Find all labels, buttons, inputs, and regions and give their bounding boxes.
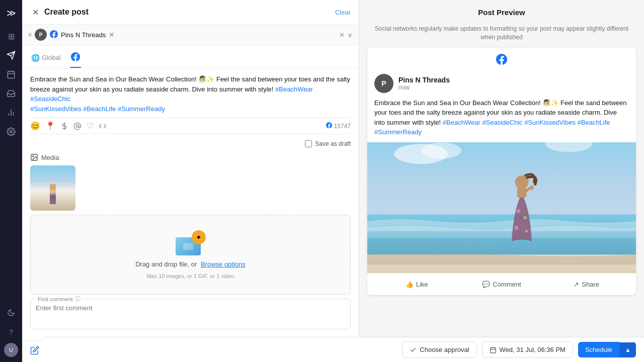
share-action[interactable]: ↗ Share [544, 278, 629, 291]
preview-hashtag-beachwear[interactable]: #BeachWear [443, 119, 480, 126]
svg-point-25 [525, 230, 528, 232]
fb-icon-count [326, 122, 332, 130]
media-label: Media [41, 154, 59, 161]
preview-hashtag-beachlife[interactable]: #BeachLife [578, 119, 610, 126]
preview-actions: 👍 Like 💬 Comment ↗ Share [367, 273, 636, 295]
account-name: Pins N Threads [61, 31, 106, 39]
svg-point-9 [10, 131, 13, 133]
like-icon: 👍 [406, 281, 414, 288]
svg-point-22 [516, 209, 520, 213]
hashtag-beachlife[interactable]: #BeachLife [83, 105, 116, 113]
account-bar: ≡ P Pins N Threads ✕ ✕ ∨ [22, 25, 359, 45]
calendar-icon [490, 346, 497, 353]
fb-tab-icon [71, 52, 80, 63]
facebook-platform-icon [50, 30, 58, 40]
post-tabs: 🌐 Global [22, 45, 359, 68]
svg-point-24 [514, 226, 518, 230]
preview-account-info: Pins N Threads now [398, 76, 450, 91]
send-icon[interactable] [3, 47, 19, 63]
media-header: Media [30, 153, 351, 161]
grid-icon[interactable]: ⊞ [3, 28, 19, 44]
panel-header: ✕ Create post Clear [22, 0, 359, 25]
svg-point-13 [33, 156, 34, 157]
browse-options-link[interactable]: Browse options [201, 260, 246, 268]
first-comment-section: First comment ⓘ [30, 299, 351, 329]
logo-icon[interactable]: ≫ [3, 5, 19, 21]
comment-label: Comment [493, 281, 521, 288]
drop-text: Drag and drop file, or Browse options [135, 260, 246, 268]
media-section: Media ✦ [30, 153, 351, 295]
schedule-dropdown-arrow[interactable]: ▲ [619, 342, 636, 357]
approval-label: Choose approval [420, 346, 469, 353]
preview-hashtag-seasidechic[interactable]: #SeasideChic [482, 119, 522, 126]
char-count-value: 15747 [334, 123, 351, 130]
approval-icon [410, 346, 417, 353]
svg-rect-26 [517, 188, 527, 198]
svg-point-18 [421, 142, 461, 158]
preview-panel: Post Preview Social networks regularly m… [359, 0, 644, 362]
hashtag-beachwear[interactable]: #BeachWear [275, 85, 313, 93]
preview-post-text: Embrace the Sun and Sea in Our Beach Wea… [367, 98, 636, 142]
globe-icon: 🌐 [31, 54, 40, 62]
mention-icon[interactable] [73, 122, 82, 130]
drop-hint: Max 10 images, or 1 GIF, or 1 video [146, 273, 234, 279]
schedule-button[interactable]: Schedule ▲ [578, 342, 636, 357]
save-as-draft-checkbox[interactable] [305, 140, 312, 147]
preview-title: Post Preview [359, 0, 644, 25]
preview-time: now [398, 84, 450, 91]
share-icon: ↗ [574, 281, 579, 288]
date-label: Wed, 31 Jul, 06:36 PM [500, 346, 566, 353]
draft-row: Save as draft [30, 138, 351, 149]
preview-account-name: Pins N Threads [398, 76, 450, 84]
svg-point-11 [76, 125, 78, 127]
close-all-icon[interactable]: ✕ [339, 31, 345, 39]
content-area: Embrace the Sun and Sea in Our Beach Wea… [22, 68, 359, 340]
edit-bottom-icon[interactable] [30, 346, 39, 357]
share-label: Share [582, 281, 599, 288]
choose-approval-button[interactable]: Choose approval [402, 341, 476, 358]
dollar-icon[interactable] [60, 122, 68, 130]
expand-accounts-icon[interactable]: ∨ [348, 31, 353, 39]
preview-card: P Pins N Threads now Embrace the Sun and… [367, 48, 636, 295]
comment-action[interactable]: 💬 Comment [459, 278, 544, 291]
drop-icon: ✦ [176, 230, 206, 255]
location-icon[interactable]: 📍 [45, 121, 55, 131]
hashtag-seasidechic[interactable]: #SeasideChic [30, 95, 70, 103]
tab-global[interactable]: 🌐 Global [30, 51, 62, 67]
like-action[interactable]: 👍 Like [374, 278, 459, 291]
tab-facebook[interactable] [70, 49, 81, 68]
code-icon[interactable] [99, 122, 107, 130]
clear-button[interactable]: Clear [335, 9, 351, 16]
inbox-icon[interactable] [3, 85, 19, 102]
like-label: Like [416, 281, 428, 288]
preview-hashtag-summerready[interactable]: #SummerReady [374, 128, 422, 136]
first-comment-info-icon[interactable]: ⓘ [75, 295, 80, 303]
chart-icon[interactable] [3, 105, 19, 121]
settings-icon[interactable] [3, 124, 19, 140]
close-button[interactable]: ✕ [30, 7, 40, 17]
user-avatar[interactable]: U [4, 343, 18, 357]
global-bottom-bar: Choose approval Wed, 31 Jul, 06:36 PM Sc… [44, 337, 644, 362]
svg-rect-2 [8, 71, 15, 78]
heart-icon[interactable]: ♡ [87, 121, 94, 131]
emoji-icon[interactable]: 😊 [30, 121, 40, 131]
toolbar-icons-group: 😊 📍 ♡ [30, 121, 107, 131]
post-text-content[interactable]: Embrace the Sun and Sea in Our Beach Wea… [30, 74, 351, 114]
panel-title: Create post [44, 8, 89, 17]
drop-zone[interactable]: ✦ Drag and drop file, or Browse options … [30, 215, 351, 295]
hashtag-sunkissed[interactable]: #SunKissedVibes [30, 105, 82, 113]
media-thumb-1[interactable] [30, 165, 75, 211]
preview-hashtag-sunkissed[interactable]: #SunKissedVibes [524, 119, 576, 126]
calendar-icon[interactable] [3, 66, 19, 82]
schedule-date-button[interactable]: Wed, 31 Jul, 06:36 PM [482, 341, 573, 358]
comment-icon: 💬 [482, 281, 490, 288]
moon-icon[interactable] [3, 305, 19, 321]
help-icon[interactable]: ? [3, 324, 19, 340]
schedule-main-label: Schedule [578, 342, 619, 357]
char-count: 15747 [326, 122, 351, 130]
preview-notice: Social networks regularly make updates t… [359, 25, 644, 48]
account-remove-button[interactable]: ✕ [109, 31, 115, 39]
expand-icon[interactable]: ≡ [28, 31, 32, 38]
first-comment-input[interactable] [36, 304, 345, 322]
hashtag-summerready[interactable]: #SummerReady [118, 105, 165, 113]
